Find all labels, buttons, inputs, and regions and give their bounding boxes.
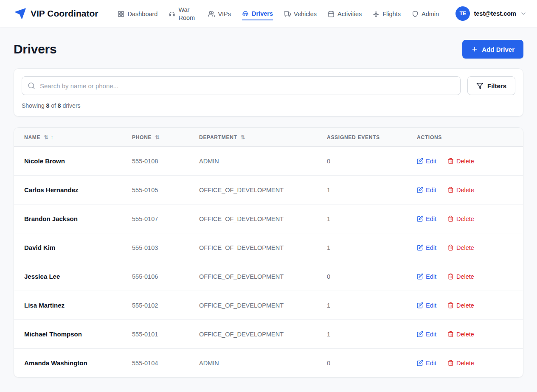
edit-button[interactable]: Edit — [417, 244, 436, 251]
nav-item-admin[interactable]: Admin — [412, 7, 439, 20]
column-header-assigned-events: ASSIGNED EVENTS — [317, 128, 407, 147]
nav-item-label: Admin — [422, 11, 439, 17]
vips-icon — [208, 11, 215, 17]
sort-icon[interactable]: ⇅ — [241, 134, 245, 140]
add-driver-label: Add Driver — [482, 46, 515, 53]
edit-label: Edit — [426, 331, 436, 338]
results-count-total: 8 — [58, 102, 61, 109]
driver-name: Carlos Hernandez — [14, 176, 122, 204]
nav-item-flights[interactable]: Flights — [373, 7, 401, 20]
edit-icon — [417, 331, 423, 337]
driver-name: Brandon Jackson — [14, 204, 122, 233]
page-header: Drivers Add Driver — [14, 40, 523, 59]
edit-label: Edit — [426, 187, 436, 193]
filters-label: Filters — [487, 82, 506, 90]
nav-item-label: Flights — [382, 11, 401, 17]
driver-department: OFFICE_OF_DEVELOPMENT — [189, 204, 317, 233]
edit-icon — [417, 273, 423, 280]
edit-icon — [417, 187, 423, 193]
chevron-down-icon — [520, 10, 527, 17]
edit-button[interactable]: Edit — [417, 158, 436, 165]
edit-icon — [417, 360, 423, 366]
avatar: TE — [455, 6, 470, 21]
delete-button[interactable]: Delete — [447, 158, 474, 165]
driver-department: OFFICE_OF_DEVELOPMENT — [189, 320, 317, 349]
vehicles-icon — [284, 11, 291, 17]
driver-phone: 555-0103 — [122, 233, 189, 262]
table-header-row: NAME⇅↑ PHONE⇅ DEPARTMENT⇅ ASSIGNED EVENT… — [14, 128, 523, 147]
drivers-table-card: NAME⇅↑ PHONE⇅ DEPARTMENT⇅ ASSIGNED EVENT… — [14, 127, 523, 378]
driver-department: OFFICE_OF_DEVELOPMENT — [189, 176, 317, 204]
delete-button[interactable]: Delete — [447, 360, 474, 367]
edit-button[interactable]: Edit — [417, 302, 436, 309]
column-header-phone[interactable]: PHONE⇅ — [122, 128, 189, 147]
sort-asc-icon: ↑ — [51, 134, 53, 140]
driver-assigned-events: 1 — [317, 291, 407, 320]
delete-button[interactable]: Delete — [447, 302, 474, 309]
edit-label: Edit — [426, 158, 436, 165]
driver-assigned-events: 0 — [317, 147, 407, 176]
delete-label: Delete — [456, 273, 474, 280]
nav-item-dashboard[interactable]: Dashboard — [118, 7, 157, 20]
edit-button[interactable]: Edit — [417, 187, 436, 193]
table-row: Jessica Lee 555-0106 OFFICE_OF_DEVELOPME… — [14, 262, 523, 291]
edit-button[interactable]: Edit — [417, 331, 436, 338]
column-header-name[interactable]: NAME⇅↑ — [14, 128, 122, 147]
nav-item-war-room[interactable]: War Room — [169, 3, 197, 25]
results-count: Showing 8 of 8 drivers — [22, 102, 515, 109]
nav-item-label: Activities — [337, 11, 362, 17]
delete-label: Delete — [456, 216, 474, 222]
table-row: Nicole Brown 555-0108 ADMIN 0 Edit Delet… — [14, 147, 523, 176]
delete-button[interactable]: Delete — [447, 331, 474, 338]
nav-item-label: War Room — [178, 6, 197, 22]
search-input[interactable] — [22, 76, 461, 95]
delete-button[interactable]: Delete — [447, 216, 474, 222]
search-box — [22, 76, 461, 95]
table-row: David Kim 555-0103 OFFICE_OF_DEVELOPMENT… — [14, 233, 523, 262]
nav-item-vehicles[interactable]: Vehicles — [284, 7, 317, 20]
driver-assigned-events: 1 — [317, 320, 407, 349]
edit-label: Edit — [426, 273, 436, 280]
delete-label: Delete — [456, 158, 474, 165]
table-row: Carlos Hernandez 555-0105 OFFICE_OF_DEVE… — [14, 176, 523, 204]
driver-assigned-events: 0 — [317, 349, 407, 378]
nav-item-vips[interactable]: VIPs — [208, 7, 231, 20]
driver-department: OFFICE_OF_DEVELOPMENT — [189, 262, 317, 291]
sort-icon[interactable]: ⇅ — [44, 134, 48, 140]
page-title: Drivers — [14, 42, 56, 56]
delete-button[interactable]: Delete — [447, 244, 474, 251]
edit-button[interactable]: Edit — [417, 273, 436, 280]
nav-item-drivers[interactable]: Drivers — [242, 7, 273, 20]
nav-item-label: Vehicles — [294, 11, 317, 17]
search-icon — [28, 82, 35, 90]
table-row: Brandon Jackson 555-0107 OFFICE_OF_DEVEL… — [14, 204, 523, 233]
driver-assigned-events: 0 — [317, 262, 407, 291]
driver-department: OFFICE_OF_DEVELOPMENT — [189, 291, 317, 320]
add-driver-button[interactable]: Add Driver — [462, 40, 523, 59]
main-nav: DashboardWar RoomVIPsDriversVehiclesActi… — [118, 3, 439, 25]
edit-button[interactable]: Edit — [417, 216, 436, 222]
flights-icon — [373, 11, 380, 17]
column-header-department[interactable]: DEPARTMENT⇅ — [189, 128, 317, 147]
delete-button[interactable]: Delete — [447, 187, 474, 193]
driver-phone: 555-0107 — [122, 204, 189, 233]
delete-button[interactable]: Delete — [447, 273, 474, 280]
filters-button[interactable]: Filters — [467, 76, 515, 95]
driver-name: Jessica Lee — [14, 262, 122, 291]
table-row: Amanda Washington 555-0104 ADMIN 0 Edit … — [14, 349, 523, 378]
driver-name: Michael Thompson — [14, 320, 122, 349]
results-count-suffix: drivers — [63, 102, 81, 109]
edit-button[interactable]: Edit — [417, 360, 436, 367]
user-email: test@test.com — [474, 10, 516, 17]
nav-item-activities[interactable]: Activities — [328, 7, 362, 20]
results-count-of: of — [51, 102, 56, 109]
search-card: Filters Showing 8 of 8 drivers — [14, 68, 523, 117]
nav-item-label: VIPs — [218, 11, 231, 17]
table-row: Michael Thompson 555-0101 OFFICE_OF_DEVE… — [14, 320, 523, 349]
sort-icon[interactable]: ⇅ — [155, 134, 160, 140]
driver-assigned-events: 1 — [317, 233, 407, 262]
driver-phone: 555-0106 — [122, 262, 189, 291]
trash-icon — [447, 187, 454, 193]
user-menu[interactable]: TE test@test.com — [454, 6, 527, 21]
driver-assigned-events: 1 — [317, 176, 407, 204]
